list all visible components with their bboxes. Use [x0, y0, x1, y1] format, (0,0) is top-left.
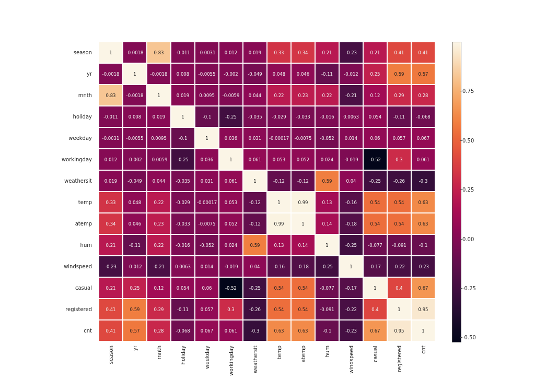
- heatmap-cell: -0.52: [219, 277, 243, 299]
- heatmap-cell: 0.67: [411, 277, 435, 299]
- heatmap-cell: 0.061: [219, 170, 243, 192]
- heatmap-cell: 0.59: [315, 170, 339, 192]
- heatmap-row: -0.00181-0.00180.008-0.0055-0.002-0.0490…: [99, 63, 435, 85]
- heatmap-cell: 0.054: [363, 106, 387, 127]
- heatmap-cell: 0.036: [219, 127, 243, 149]
- heatmap-cell: 0.04: [243, 256, 267, 277]
- heatmap-cell: -0.016: [171, 234, 195, 256]
- heatmap-cell: -0.12: [291, 170, 315, 192]
- colorbar-gradient: [452, 42, 461, 342]
- heatmap-cell: 1: [243, 170, 267, 192]
- heatmap-cell: -0.012: [339, 63, 363, 85]
- heatmap-cell: -0.12: [243, 192, 267, 213]
- heatmap-cell: 0.031: [243, 127, 267, 149]
- heatmap-cell: 0.63: [291, 320, 315, 341]
- heatmap-cell: 0.0063: [339, 106, 363, 127]
- heatmap-row: 0.012-0.002-0.0059-0.250.03610.0610.0530…: [99, 149, 435, 170]
- heatmap-cell: 0.13: [315, 192, 339, 213]
- heatmap-cell: 0.21: [99, 234, 123, 256]
- heatmap-cell: -0.17: [363, 256, 387, 277]
- heatmap-cell: 0.057: [195, 299, 219, 320]
- heatmap-cell: 0.061: [243, 149, 267, 170]
- heatmap-cell: 0.008: [123, 106, 147, 127]
- heatmap-cell: -0.23: [339, 42, 363, 63]
- heatmap-cell: 0.63: [411, 213, 435, 234]
- heatmap-cell: 0.057: [387, 127, 411, 149]
- heatmap-cell: -0.002: [123, 149, 147, 170]
- heatmap-cell: 0.061: [411, 149, 435, 170]
- heatmap-cell: 0.21: [315, 42, 339, 63]
- heatmap-cell: -0.052: [195, 234, 219, 256]
- heatmap-cell: -0.21: [147, 256, 171, 277]
- heatmap-cell: -0.0031: [99, 127, 123, 149]
- heatmap-cell: -0.012: [123, 256, 147, 277]
- colorbar-tick-label: 0.75: [462, 88, 474, 94]
- colorbar-tick-label: -0.25: [462, 286, 476, 291]
- heatmap-cell: -0.077: [315, 277, 339, 299]
- heatmap-cell: 0.06: [363, 127, 387, 149]
- x-tick-label: cnt: [411, 342, 435, 389]
- heatmap-cell: 1: [411, 320, 435, 341]
- correlation-heatmap-figure: seasonyrmnthholidayweekdayworkingdayweat…: [0, 0, 535, 392]
- heatmap-cell: 0.13: [267, 234, 291, 256]
- heatmap-cell: -0.035: [171, 170, 195, 192]
- heatmap-cell: 0.14: [315, 213, 339, 234]
- heatmap-row: 0.410.590.29-0.110.0570.3-0.260.540.54-0…: [99, 299, 435, 320]
- x-tick-label: season: [99, 342, 123, 389]
- heatmap-cell: -0.049: [123, 170, 147, 192]
- heatmap-cell: -0.23: [411, 256, 435, 277]
- y-tick-label: hum: [0, 234, 95, 256]
- heatmap-cell: 1: [267, 192, 291, 213]
- heatmap-cell: 0.59: [123, 299, 147, 320]
- heatmap-cell: 0.59: [387, 63, 411, 85]
- heatmap-cell: 0.019: [171, 85, 195, 106]
- heatmap-cell: -0.1: [171, 127, 195, 149]
- heatmap-cell: -0.002: [219, 63, 243, 85]
- heatmap-cell: 0.14: [291, 234, 315, 256]
- heatmap-cell: 0.054: [171, 277, 195, 299]
- heatmap-cell: -0.0075: [291, 127, 315, 149]
- heatmap-cell: 0.12: [147, 277, 171, 299]
- heatmap-cell: 0.048: [123, 192, 147, 213]
- heatmap-cell: -0.22: [339, 299, 363, 320]
- y-tick-label: cnt: [0, 320, 95, 341]
- heatmap-cell: 0.22: [267, 85, 291, 106]
- heatmap-cell: 1: [291, 213, 315, 234]
- heatmap-cell: -0.52: [363, 149, 387, 170]
- heatmap-cell: -0.25: [315, 256, 339, 277]
- heatmap-cell: 0.0095: [195, 85, 219, 106]
- heatmap-row: 0.210.250.120.0540.06-0.52-0.250.540.54-…: [99, 277, 435, 299]
- heatmap-row: 0.410.570.28-0.0680.0670.061-0.30.630.63…: [99, 320, 435, 341]
- heatmap-cell: 0.044: [243, 85, 267, 106]
- heatmap-cell: 0.046: [123, 213, 147, 234]
- heatmap-cell: -0.019: [339, 149, 363, 170]
- y-tick-label: registered: [0, 299, 95, 320]
- heatmap-cell: 0.048: [267, 63, 291, 85]
- heatmap-cell: -0.0055: [123, 127, 147, 149]
- heatmap-cell: 1: [147, 85, 171, 106]
- heatmap-cell: 0.57: [123, 320, 147, 341]
- colorbar: -0.50-0.250.000.250.500.75: [452, 42, 504, 341]
- heatmap-cell: 0.044: [147, 170, 171, 192]
- heatmap-cell: -0.25: [243, 277, 267, 299]
- heatmap-cell: 0.23: [147, 213, 171, 234]
- heatmap-cell: -0.12: [267, 170, 291, 192]
- heatmap-cell: 0.014: [339, 127, 363, 149]
- heatmap-cell: -0.0055: [195, 63, 219, 85]
- heatmap-row: -0.0110.0080.0191-0.1-0.25-0.035-0.029-0…: [99, 106, 435, 127]
- heatmap-cell: 0.046: [291, 63, 315, 85]
- heatmap-cell: 0.95: [411, 299, 435, 320]
- heatmap-cell: 0.067: [411, 127, 435, 149]
- heatmap-cell: 0.024: [315, 149, 339, 170]
- heatmap-cell: 1: [195, 127, 219, 149]
- heatmap-cell: 0.33: [267, 42, 291, 63]
- heatmap-cell: 0.83: [147, 42, 171, 63]
- heatmap-cell: 0.67: [363, 320, 387, 341]
- heatmap-row: 1-0.00180.83-0.011-0.00310.0120.0190.330…: [99, 42, 435, 63]
- heatmap-cell: 0.63: [411, 192, 435, 213]
- heatmap-cell: -0.049: [243, 63, 267, 85]
- y-tick-label: season: [0, 42, 95, 63]
- heatmap-cell: 0.99: [267, 213, 291, 234]
- heatmap-cell: 0.019: [99, 170, 123, 192]
- heatmap-cell: -0.25: [171, 149, 195, 170]
